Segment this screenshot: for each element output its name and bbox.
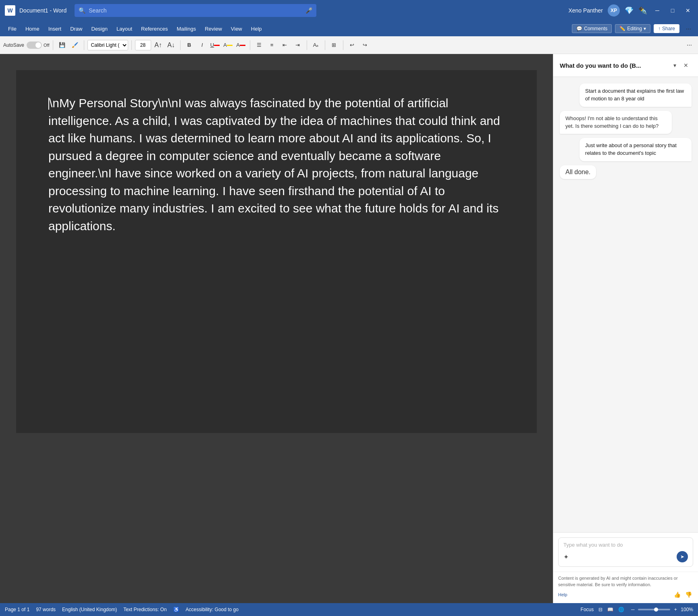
maximize-button[interactable]: □ [667,5,678,16]
view-web-icon[interactable]: 🌐 [618,607,624,612]
document-title: Document1 - Word [19,7,66,14]
statusbar-right: Focus ⊟ 📖 🌐 ─ + 100% [581,606,693,613]
share-button[interactable]: ↑ Share [654,24,679,33]
minimize-button[interactable]: ─ [652,5,663,16]
font-color-indicator [240,45,245,46]
view-layout-icon[interactable]: ⊟ [598,607,602,612]
increase-indent-button[interactable]: ⇥ [292,40,303,51]
zoom-in-button[interactable]: + [672,606,679,613]
chat-message-ai-1-text: Whoops! I'm not able to understand this … [565,115,659,129]
sidebar-collapse-button[interactable]: ▾ [669,60,680,71]
zoom-slider[interactable] [638,609,670,610]
gem-icon: 💎 [625,6,634,15]
font-size-input[interactable] [135,40,151,50]
font-color-button[interactable]: A [235,40,247,51]
view-read-icon[interactable]: 📖 [607,607,613,612]
menu-layout[interactable]: Layout [112,24,136,33]
chat-message-user-1: Start a document that explains the first… [580,83,692,107]
separator-4 [180,40,181,50]
font-family-select[interactable]: Calibri Light ( [87,40,128,50]
decrease-indent-button[interactable]: ⇤ [279,40,291,51]
menu-help[interactable]: Help [247,24,266,33]
titlebar-right: Xeno Panther XP 💎 ✒️ ─ □ ✕ [568,4,693,17]
document-area[interactable]: \nMy Personal Story\n\nI was always fasc… [0,54,553,603]
underline-color [214,45,220,46]
menu-home[interactable]: Home [21,24,44,33]
word-count: 97 words [36,607,56,612]
chat-message-done: All done. [560,165,596,179]
chat-message-ai-1: Whoops! I'm not able to understand this … [560,111,672,134]
search-input[interactable] [89,7,302,14]
chat-input[interactable] [563,542,688,548]
comments-button[interactable]: 💬 Comments [572,24,612,33]
sparkle-icon[interactable]: ✦ [563,553,569,561]
menu-design[interactable]: Design [87,24,112,33]
editing-button[interactable]: ✏️ Editing ▾ [615,24,650,33]
edit-icon: ✏️ [619,26,625,31]
bullets-button[interactable]: ☰ [253,40,265,51]
menu-mailings[interactable]: Mailings [173,24,200,33]
highlight-button[interactable]: A [222,40,234,51]
separator-7 [325,40,325,50]
help-link[interactable]: Help [558,592,567,598]
zoom-out-button[interactable]: ─ [629,606,636,613]
menu-view[interactable]: View [227,24,246,33]
thumbs-up-button[interactable]: 👍 [672,590,682,600]
menubar-right-buttons: 💬 Comments ✏️ Editing ▾ ↑ Share ⋯ [572,23,694,34]
ai-sidebar: What do you want to do (B... ▾ ✕ Start a… [553,54,698,603]
avatar[interactable]: XP [608,4,620,17]
zoom-level[interactable]: 100% [681,607,693,612]
user-name: Xeno Panther [568,7,603,14]
menu-draw[interactable]: Draw [66,24,86,33]
font-size-decrease-button[interactable]: A↓ [166,40,177,51]
search-box[interactable]: 🔍 🎤 [75,4,316,17]
close-button[interactable]: ✕ [683,5,693,16]
menu-review[interactable]: Review [201,24,226,33]
share-label: Share [662,26,675,31]
pen-icon: ✒️ [638,6,647,15]
redo-button[interactable]: ↪ [359,40,371,51]
sidebar-close-button[interactable]: ✕ [680,60,692,71]
focus-button[interactable]: Focus [581,607,594,612]
comments-label: Comments [584,26,607,31]
menu-insert[interactable]: Insert [44,24,66,33]
separator-8 [343,40,343,50]
bold-button[interactable]: B [184,40,195,51]
separator-3 [131,40,132,50]
more-options-button[interactable]: ⋯ [683,40,695,51]
numbering-button[interactable]: ≡ [266,40,278,51]
chevron-down-icon: ▾ [644,26,646,31]
menu-references[interactable]: References [137,24,172,33]
chat-input-area: ✦ ➤ [553,532,698,572]
italic-button[interactable]: I [197,40,208,51]
zoom-controls: ─ + 100% [629,606,693,613]
separator-1 [53,40,53,50]
word-app-icon: W [5,5,15,16]
styles-button[interactable]: Aₐ [310,40,322,51]
menu-file[interactable]: File [4,24,21,33]
page-info: Page 1 of 1 [5,607,29,612]
autosave-toggle[interactable] [27,42,42,49]
document-page[interactable]: \nMy Personal Story\n\nI was always fasc… [16,70,537,433]
text-predictions: Text Predictions: On [123,607,166,612]
highlight-color [227,45,233,46]
font-size-increase-button[interactable]: A↑ [153,40,164,51]
thumbs-down-button[interactable]: 👎 [683,590,693,600]
send-button[interactable]: ➤ [677,551,688,562]
titlebar: W Document1 - Word 🔍 🎤 Xeno Panther XP 💎… [0,0,698,21]
share-icon: ↑ [658,26,661,31]
undo-button[interactable]: ↩ [347,40,358,51]
format-brush-button[interactable]: 🖌️ [69,40,81,51]
chat-message-user-2-text: Just write about of a personal story tha… [585,142,677,156]
sidebar-header: What do you want to do (B... ▾ ✕ [553,54,698,77]
zoom-thumb [654,608,658,612]
autosave-label: AutoSave [3,42,24,48]
underline-button[interactable]: U [210,40,221,51]
autosave-state: Off [44,43,49,48]
comment-icon: 💬 [576,26,582,31]
save-button[interactable]: 💾 [56,40,68,51]
toggle-knob [35,42,41,48]
ribbon-expand-button[interactable]: ⋯ [683,23,694,34]
table-button[interactable]: ⊞ [328,40,340,51]
microphone-icon[interactable]: 🎤 [305,7,312,14]
